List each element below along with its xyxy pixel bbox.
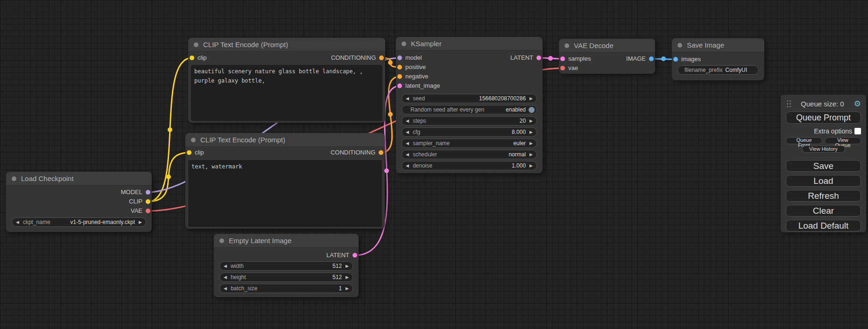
view-history-button[interactable]: View History xyxy=(802,146,845,153)
node-title-bar[interactable]: Empty Latent Image xyxy=(214,234,359,248)
slot-row: MODEL xyxy=(6,188,152,197)
slot-row: VAE xyxy=(6,206,152,216)
collapse-dot-icon[interactable] xyxy=(191,138,196,142)
Random seed after every gen-widget[interactable]: Random seed after every genenabled xyxy=(402,105,537,114)
increment-arrow-icon[interactable]: ▶ xyxy=(342,275,353,280)
extra-options-checkbox[interactable] xyxy=(854,128,861,134)
settings-gear-icon[interactable]: ⚙ xyxy=(854,100,861,108)
decrement-arrow-icon[interactable]: ◀ xyxy=(12,220,23,224)
denoise-widget[interactable]: ◀denoise1.000▶ xyxy=(402,161,537,170)
decrement-arrow-icon[interactable]: ◀ xyxy=(402,152,413,157)
collapse-dot-icon[interactable] xyxy=(677,43,682,48)
node-vae-decode[interactable]: VAE DecodesamplesIMAGEvae xyxy=(559,39,655,74)
widget-label: steps xyxy=(413,118,426,124)
filename_prefix-widget[interactable]: filename_prefixComfyUI xyxy=(677,65,759,75)
vae-input-slot[interactable] xyxy=(560,66,565,70)
negative-input-slot[interactable] xyxy=(397,74,402,79)
load-button[interactable]: Load xyxy=(786,175,861,187)
view-queue-button[interactable]: View Queue xyxy=(825,137,861,144)
steps-widget[interactable]: ◀steps20▶ xyxy=(402,116,537,126)
increment-arrow-icon[interactable]: ▶ xyxy=(342,264,353,268)
decrement-arrow-icon[interactable]: ◀ xyxy=(402,141,413,146)
samples-input-slot[interactable] xyxy=(560,56,565,61)
node-title-bar[interactable]: Load Checkpoint xyxy=(6,172,152,186)
widget-label: Random seed after every gen xyxy=(402,106,484,113)
clear-button[interactable]: Clear xyxy=(786,205,861,217)
link-midpoint-dot xyxy=(388,60,393,65)
widget-label: scheduler xyxy=(413,151,437,158)
images-input-slot[interactable] xyxy=(673,57,678,62)
ckpt_name-widget[interactable]: ◀ckpt_namev1-5-pruned-emaonly.ckpt▶ xyxy=(12,217,146,227)
IMAGE-output-slot[interactable] xyxy=(649,56,654,61)
node-title: Empty Latent Image xyxy=(229,234,291,248)
increment-arrow-icon[interactable]: ▶ xyxy=(526,119,536,123)
decrement-arrow-icon[interactable]: ◀ xyxy=(402,119,413,123)
node-title-bar[interactable]: CLIP Text Encode (Prompt) xyxy=(188,38,385,52)
node-empty-latent-image[interactable]: Empty Latent ImageLATENT◀width512▶◀heigh… xyxy=(214,234,359,297)
input-slot-label: images xyxy=(681,55,701,64)
prompt-textarea[interactable]: beautiful scenery nature glass bottle la… xyxy=(191,65,382,121)
clip-input-slot[interactable] xyxy=(190,56,194,60)
node-title-bar[interactable]: VAE Decode xyxy=(559,39,655,53)
CONDITIONING-output-slot[interactable] xyxy=(379,56,384,60)
slot-row: samplesIMAGE xyxy=(559,54,655,63)
node-load-checkpoint[interactable]: Load CheckpointMODELCLIPVAE◀ckpt_namev1-… xyxy=(6,172,152,232)
VAE-output-slot[interactable] xyxy=(146,209,150,213)
node-ksampler[interactable]: KSamplermodelLATENTpositivenegativelaten… xyxy=(396,37,543,173)
save-button[interactable]: Save xyxy=(786,160,861,172)
sampler_name-widget[interactable]: ◀sampler_nameeuler▶ xyxy=(402,139,537,148)
node-title-bar[interactable]: CLIP Text Encode (Prompt) xyxy=(185,133,385,147)
drag-handle[interactable] xyxy=(787,100,791,107)
widget-value: 512 xyxy=(332,274,342,280)
increment-arrow-icon[interactable]: ▶ xyxy=(526,163,536,168)
increment-arrow-icon[interactable]: ▶ xyxy=(526,130,536,134)
collapse-dot-icon[interactable] xyxy=(12,176,16,181)
increment-arrow-icon[interactable]: ▶ xyxy=(135,220,146,224)
decrement-arrow-icon[interactable]: ◀ xyxy=(402,96,413,101)
queue-front-button[interactable]: Queue Front xyxy=(786,137,822,144)
decrement-arrow-icon[interactable]: ◀ xyxy=(220,275,231,280)
load-default-button[interactable]: Load Default xyxy=(786,220,861,231)
node-graph-canvas[interactable]: Load CheckpointMODELCLIPVAE◀ckpt_namev1-… xyxy=(0,0,868,329)
increment-arrow-icon[interactable]: ▶ xyxy=(526,96,536,101)
width-widget[interactable]: ◀width512▶ xyxy=(219,261,353,271)
collapse-dot-icon[interactable] xyxy=(194,42,198,47)
prompt-textarea[interactable]: text, watermark xyxy=(188,160,382,227)
decrement-arrow-icon[interactable]: ◀ xyxy=(402,163,413,168)
batch_size-widget[interactable]: ◀batch_size1▶ xyxy=(219,284,353,293)
increment-arrow-icon[interactable]: ▶ xyxy=(342,286,353,291)
scheduler-widget[interactable]: ◀schedulernormal▶ xyxy=(402,150,537,159)
cfg-widget[interactable]: ◀cfg8.000▶ xyxy=(402,127,537,137)
link-clip-to-negative-encode xyxy=(148,153,189,202)
decrement-arrow-icon[interactable]: ◀ xyxy=(402,130,413,134)
LATENT-output-slot[interactable] xyxy=(353,253,357,258)
CLIP-output-slot[interactable] xyxy=(146,199,150,204)
increment-arrow-icon[interactable]: ▶ xyxy=(526,152,536,157)
CONDITIONING-output-slot[interactable] xyxy=(379,150,383,155)
node-clip-text-encode-negative[interactable]: CLIP Text Encode (Prompt)clipCONDITIONIN… xyxy=(185,133,385,229)
model-input-slot[interactable] xyxy=(397,56,402,60)
decrement-arrow-icon[interactable]: ◀ xyxy=(220,264,231,268)
node-title: CLIP Text Encode (Prompt) xyxy=(203,38,288,52)
collapse-dot-icon[interactable] xyxy=(565,43,569,48)
collapse-dot-icon[interactable] xyxy=(402,42,406,46)
node-clip-text-encode-positive[interactable]: CLIP Text Encode (Prompt)clipCONDITIONIN… xyxy=(188,38,385,123)
latent_image-input-slot[interactable] xyxy=(397,84,402,88)
MODEL-output-slot[interactable] xyxy=(146,190,150,195)
node-title-bar[interactable]: Save Image xyxy=(672,38,764,52)
clip-input-slot[interactable] xyxy=(187,150,191,155)
queue-prompt-button[interactable]: Queue Prompt xyxy=(786,112,861,124)
widget-value: 1.000 xyxy=(512,162,526,169)
toggle-dot[interactable] xyxy=(529,107,535,113)
node-title-bar[interactable]: KSampler xyxy=(396,37,543,51)
seed-widget[interactable]: ◀seed156680208700286▶ xyxy=(402,94,537,103)
widget-value: enabled xyxy=(506,106,526,113)
decrement-arrow-icon[interactable]: ◀ xyxy=(220,286,231,291)
LATENT-output-slot[interactable] xyxy=(536,56,541,60)
node-save-image[interactable]: Save Imageimagesfilename_prefixComfyUI xyxy=(672,38,764,80)
collapse-dot-icon[interactable] xyxy=(219,238,224,243)
height-widget[interactable]: ◀height512▶ xyxy=(219,273,353,282)
positive-input-slot[interactable] xyxy=(397,65,402,70)
refresh-button[interactable]: Refresh xyxy=(786,190,861,202)
increment-arrow-icon[interactable]: ▶ xyxy=(526,141,536,146)
